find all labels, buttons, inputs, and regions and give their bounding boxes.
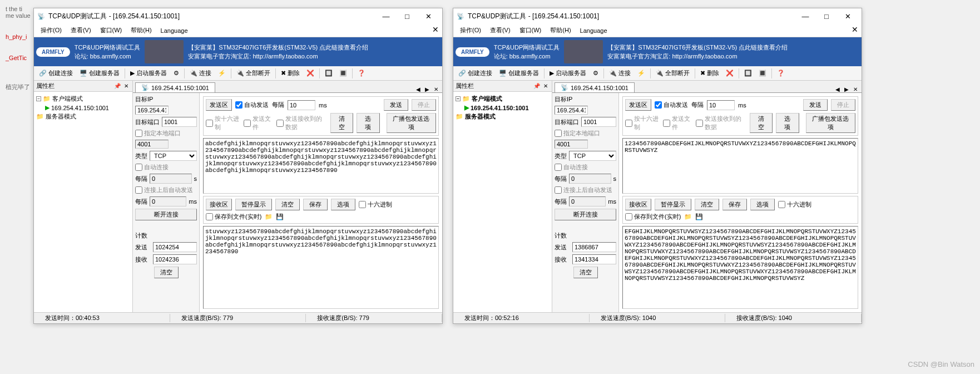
- menu-language[interactable]: Language: [156, 26, 192, 36]
- tree-client-mode[interactable]: −📁客户端模式: [36, 94, 130, 104]
- pause-button[interactable]: 暂停显示: [235, 199, 272, 210]
- tool-start-server[interactable]: ▶启动服务器: [127, 68, 170, 78]
- stop-button[interactable]: 停止: [831, 99, 855, 111]
- send-textarea[interactable]: abcdefghijklmnopqrstuvwxyz1234567890abcd…: [203, 138, 439, 194]
- interval2-input[interactable]: [150, 196, 186, 206]
- tree-server-mode[interactable]: 📁服务器模式: [36, 112, 130, 121]
- file-send-check[interactable]: [663, 120, 670, 127]
- tool-create-server[interactable]: 🖥️创建服务器: [77, 68, 122, 78]
- tool-opt2[interactable]: 🔳: [756, 68, 769, 78]
- tab-close-icon[interactable]: ✕: [852, 86, 859, 92]
- tool-delete-extra[interactable]: ❌: [304, 68, 317, 78]
- titlebar[interactable]: 📡 TCP&UDP测试工具 - [169.254.41.150:1001] — …: [453, 8, 862, 24]
- tab-prev-icon[interactable]: ◀: [414, 86, 422, 92]
- save-icon[interactable]: 💾: [695, 213, 703, 220]
- hex-recv-check[interactable]: [359, 201, 366, 208]
- send-clear-button[interactable]: 清空: [330, 113, 353, 133]
- send-interval-input[interactable]: [707, 100, 735, 110]
- maximize-button[interactable]: □: [816, 9, 837, 23]
- stats-clear-button[interactable]: 清空: [573, 267, 598, 278]
- interval2-input[interactable]: [569, 196, 606, 206]
- type-select[interactable]: TCP: [569, 151, 616, 161]
- hex-send-check[interactable]: [206, 120, 213, 127]
- menu-window[interactable]: 窗口(W): [96, 24, 127, 36]
- mdi-close-icon[interactable]: ✕: [432, 25, 439, 34]
- close-button[interactable]: ✕: [418, 9, 439, 23]
- folder-icon[interactable]: 📁: [684, 213, 692, 220]
- menu-view[interactable]: 查看(V): [486, 24, 515, 36]
- panel-close-icon[interactable]: ✕: [122, 83, 130, 89]
- tab-next-icon[interactable]: ▶: [423, 86, 431, 92]
- tool-create-connection[interactable]: 🔗创建连接: [456, 68, 495, 78]
- menu-view[interactable]: 查看(V): [66, 24, 96, 36]
- menu-window[interactable]: 窗口(W): [515, 24, 546, 36]
- tool-start-server[interactable]: ▶启动服务器: [547, 68, 589, 78]
- minimize-button[interactable]: —: [795, 9, 816, 23]
- titlebar[interactable]: 📡 TCP&UDP测试工具 - [169.254.41.150:1001] — …: [34, 8, 442, 24]
- menu-help[interactable]: 帮助(H): [546, 24, 575, 36]
- interval1-input[interactable]: [569, 174, 611, 184]
- tool-opt1[interactable]: 🔲: [322, 68, 335, 78]
- menu-operation[interactable]: 操作(O): [456, 24, 486, 36]
- minimize-button[interactable]: —: [375, 9, 397, 23]
- type-select[interactable]: TCP: [150, 151, 197, 161]
- tool-toggle[interactable]: ⚙: [171, 68, 182, 78]
- disconnect-button[interactable]: 断开连接: [555, 209, 616, 220]
- disconnect-button[interactable]: 断开连接: [135, 209, 197, 220]
- tool-opt2[interactable]: 🔳: [336, 68, 350, 78]
- autosend-check[interactable]: [135, 186, 142, 194]
- tool-sep-icon[interactable]: ⚡: [215, 68, 229, 78]
- recv-options-button[interactable]: 选项: [331, 199, 355, 210]
- local-port-input[interactable]: [555, 140, 588, 149]
- tool-delete[interactable]: ✖删除: [278, 68, 303, 78]
- send-options-button[interactable]: 选项: [776, 113, 799, 133]
- pause-button[interactable]: 暂停显示: [655, 199, 691, 210]
- local-port-check[interactable]: [135, 130, 142, 137]
- recv-clear-button[interactable]: 清空: [275, 199, 300, 210]
- recv-textarea[interactable]: stuvwxyz1234567890abcdefghijklmnopqrstuv…: [203, 226, 439, 309]
- file-send-check[interactable]: [244, 120, 251, 127]
- recv-clear-button[interactable]: 清空: [695, 199, 719, 210]
- hex-recv-check[interactable]: [778, 201, 785, 208]
- tool-connect[interactable]: 🔌连接: [187, 68, 214, 78]
- tab-close-icon[interactable]: ✕: [432, 86, 440, 92]
- tool-delete-extra[interactable]: ❌: [723, 68, 736, 78]
- tool-connect[interactable]: 🔌连接: [606, 68, 633, 78]
- stop-button[interactable]: 停止: [412, 99, 436, 111]
- tool-disconnect-all[interactable]: 🔌全部断开: [653, 68, 692, 78]
- target-ip-input[interactable]: [135, 106, 169, 115]
- tool-create-connection[interactable]: 🔗创建连接: [36, 68, 76, 78]
- tab-connection[interactable]: 📡169.254.41.150:1001: [555, 82, 635, 92]
- recv-data-check[interactable]: [276, 120, 284, 127]
- tab-connection[interactable]: 📡169.254.41.150:1001: [135, 82, 215, 92]
- tree-connection[interactable]: ▶169.254.41.150:1001: [36, 104, 130, 112]
- local-port-check[interactable]: [555, 130, 562, 137]
- save-icon[interactable]: 💾: [276, 213, 284, 220]
- menu-help[interactable]: 帮助(H): [126, 24, 156, 36]
- send-interval-input[interactable]: [288, 100, 315, 110]
- menu-operation[interactable]: 操作(O): [36, 24, 66, 36]
- send-textarea[interactable]: 1234567890ABCDEFGHIJKLMNOPQRSTUVWXYZ1234…: [622, 138, 858, 194]
- close-button[interactable]: ✕: [837, 9, 858, 23]
- send-clear-button[interactable]: 清空: [750, 113, 773, 133]
- tree-server-mode[interactable]: 📁服务器模式: [456, 112, 550, 121]
- send-button[interactable]: 发送: [803, 99, 828, 111]
- tool-delete[interactable]: ✖删除: [697, 68, 722, 78]
- stats-clear-button[interactable]: 清空: [154, 267, 179, 278]
- target-port-input[interactable]: [581, 117, 616, 127]
- autosend-checkbox[interactable]: [235, 101, 242, 109]
- hex-send-check[interactable]: [625, 120, 632, 127]
- savefile-check[interactable]: [206, 213, 213, 220]
- tree-connection[interactable]: ▶169.254.41.150:1001: [456, 104, 550, 112]
- recv-data-check[interactable]: [696, 120, 703, 127]
- panel-close-icon[interactable]: ✕: [542, 83, 550, 89]
- autoconn-check[interactable]: [135, 164, 142, 171]
- maximize-button[interactable]: □: [397, 9, 418, 23]
- pin-icon[interactable]: 📌: [532, 83, 542, 89]
- recv-textarea[interactable]: EFGHIJKLMNOPQRSTUVWSYZ1234567890ABCDEFGH…: [622, 226, 858, 309]
- broadcast-button[interactable]: 广播包发送选项: [806, 113, 855, 133]
- tree-client-mode[interactable]: −📁客户端模式: [456, 94, 550, 104]
- tool-help-icon[interactable]: ❓: [355, 68, 368, 78]
- tool-disconnect-all[interactable]: 🔌全部断开: [234, 68, 273, 78]
- recv-options-button[interactable]: 选项: [750, 199, 775, 210]
